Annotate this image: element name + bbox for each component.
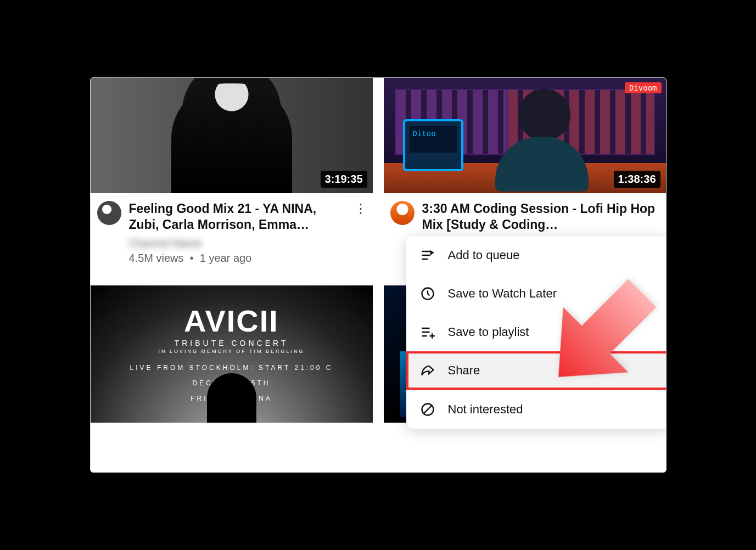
video-thumbnail-1[interactable]: 3:19:35 <box>91 78 373 193</box>
channel-avatar-1[interactable] <box>97 201 121 225</box>
brand-badge: Divoom <box>625 82 662 93</box>
channel-avatar-2[interactable] <box>390 201 415 225</box>
video-title-2[interactable]: 3:30 AM Coding Session - Lofi Hip Hop Mi… <box>422 201 660 233</box>
menu-label: Not interested <box>448 402 523 417</box>
poster-logo: AVICII <box>91 306 373 336</box>
share-icon <box>419 362 436 379</box>
block-icon <box>419 401 436 418</box>
video-stats-1: 4.5M views • 1 year ago <box>129 252 346 265</box>
video-title-1[interactable]: Feeling Good Mix 21 - YA NINA, Zubi, Car… <box>129 201 346 233</box>
menu-label: Add to queue <box>448 248 520 262</box>
menu-label: Save to Watch Later <box>448 287 557 301</box>
queue-icon <box>419 247 436 263</box>
video-grid-frame: 3:19:35 Feeling Good Mix 21 - YA NINA, Z… <box>90 77 667 473</box>
duration-badge: 3:19:35 <box>321 171 367 188</box>
video-thumbnail-3[interactable]: AVICII TRIBUTE CONCERT IN LOVING MEMORY … <box>91 285 373 423</box>
channel-name-1[interactable]: Channel Name <box>129 237 346 250</box>
playlist-add-icon <box>419 324 436 340</box>
more-actions-button[interactable]: ⋮ <box>354 201 367 265</box>
duration-badge: 1:38:36 <box>614 171 660 188</box>
menu-label: Share <box>448 363 480 378</box>
clock-icon <box>419 285 436 302</box>
video-thumbnail-2[interactable]: Divoom Ditoo 1:38:36 <box>384 78 666 193</box>
